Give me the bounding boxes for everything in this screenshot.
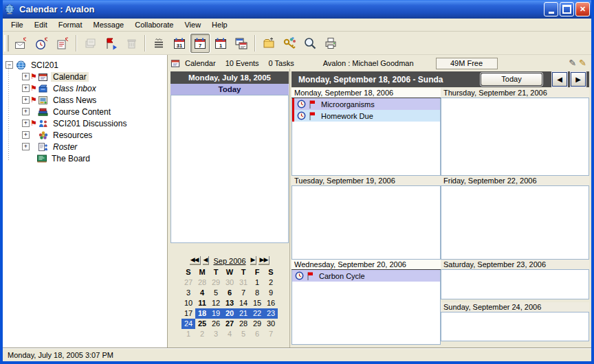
mini-calendar-day[interactable]: 29 xyxy=(209,277,223,288)
close-button[interactable]: ✕ xyxy=(575,2,590,16)
tree-splitter[interactable] xyxy=(167,55,168,348)
tree-item-course-content[interactable]: +Course Content xyxy=(3,106,167,117)
mini-calendar-day[interactable]: 24 xyxy=(182,319,195,329)
mini-calendar-day[interactable]: 21 xyxy=(236,308,250,319)
tree-item-class-inbox[interactable]: +⚑Class Inbox xyxy=(3,82,167,94)
mini-calendar-day[interactable]: 30 xyxy=(223,277,236,288)
mini-calendar-month[interactable]: Sep 2006 xyxy=(211,257,248,265)
tree-item-class-news[interactable]: +⚑Class News xyxy=(3,94,167,106)
mini-calendar-day[interactable]: 23 xyxy=(264,308,278,319)
menu-edit[interactable]: Edit xyxy=(29,19,53,30)
tree-item-the-board[interactable]: The Board xyxy=(3,152,167,164)
mini-calendar-day[interactable]: 6 xyxy=(250,329,264,339)
day-panel-today-band[interactable]: Today xyxy=(170,84,289,95)
gold-pencil-icon[interactable]: ✎ xyxy=(579,58,586,68)
tree-item-resources[interactable]: +Resources xyxy=(3,129,167,141)
mini-calendar-day[interactable]: 4 xyxy=(195,288,209,298)
mini-calendar-day[interactable]: 6 xyxy=(223,288,236,298)
next-month-button[interactable]: ▶ xyxy=(250,256,257,265)
expand-icon[interactable]: + xyxy=(22,84,30,92)
day-cell-mon[interactable]: Monday, September 18, 2006Microorganisms… xyxy=(292,88,441,176)
minimize-button[interactable] xyxy=(544,2,558,16)
mini-calendar-day[interactable]: 28 xyxy=(195,277,209,288)
edit-pencil-icon[interactable]: ✎ xyxy=(569,58,576,68)
menu-help[interactable]: Help xyxy=(206,19,233,30)
day-cell-body[interactable] xyxy=(441,186,589,260)
new-event-icon[interactable] xyxy=(12,34,31,53)
day-cell-body[interactable] xyxy=(292,186,441,260)
tree-item-sci201[interactable]: −SCI201 xyxy=(3,59,167,71)
mini-calendar-day[interactable]: 30 xyxy=(264,319,278,329)
next-year-button[interactable]: ▶▶ xyxy=(258,256,270,265)
expand-icon[interactable]: + xyxy=(22,143,30,150)
multi-week-view-icon[interactable] xyxy=(232,34,251,53)
prev-year-button[interactable]: ◀◀ xyxy=(190,256,201,265)
mini-calendar-day[interactable]: 16 xyxy=(264,298,278,308)
day-cell-body[interactable] xyxy=(441,312,589,341)
day-cell-sun[interactable]: Sunday, September 24, 2006 xyxy=(441,302,589,341)
week-view-icon[interactable]: 7 xyxy=(190,34,210,53)
day-panel-body[interactable] xyxy=(170,95,289,243)
expand-icon[interactable]: + xyxy=(22,108,30,115)
expand-icon[interactable]: + xyxy=(22,120,30,127)
mini-calendar-day[interactable]: 13 xyxy=(223,298,236,308)
mini-calendar-day[interactable]: 2 xyxy=(195,329,209,339)
day-view-icon[interactable]: 1 xyxy=(211,34,230,53)
toolbar-grip[interactable] xyxy=(4,35,9,52)
expand-icon[interactable]: + xyxy=(22,96,30,104)
event-item[interactable]: Microorganisms xyxy=(294,98,440,110)
tree-item-calendar[interactable]: +⚑Calendar xyxy=(3,71,167,82)
mini-calendar-day[interactable]: 17 xyxy=(182,308,195,319)
collapse-icon[interactable]: − xyxy=(6,61,13,69)
permissions-icon[interactable] xyxy=(280,34,299,53)
mini-calendar-day[interactable]: 1 xyxy=(250,277,264,288)
today-button[interactable]: Today xyxy=(481,73,542,86)
menu-view[interactable]: View xyxy=(179,19,206,30)
new-note-icon[interactable] xyxy=(53,34,72,53)
mini-calendar-day[interactable]: 8 xyxy=(250,288,264,298)
mini-calendar-day[interactable]: 31 xyxy=(236,277,250,288)
mini-calendar-day[interactable]: 3 xyxy=(182,288,195,298)
mini-calendar-day[interactable]: 7 xyxy=(264,329,278,339)
mini-calendar-day[interactable]: 1 xyxy=(182,329,195,339)
mini-calendar-day[interactable]: 25 xyxy=(195,319,209,329)
mini-calendar-day[interactable]: 26 xyxy=(209,319,223,329)
panel-splitter[interactable] xyxy=(289,69,290,348)
mini-calendar-day[interactable]: 10 xyxy=(182,298,195,308)
month-view-icon[interactable]: 31 xyxy=(170,34,189,53)
day-cell-fri[interactable]: Friday, September 22, 2006 xyxy=(441,176,589,260)
mini-calendar-day[interactable]: 4 xyxy=(223,329,236,339)
mini-calendar-day[interactable]: 9 xyxy=(264,288,278,298)
menu-file[interactable]: File xyxy=(6,19,29,30)
mini-calendar-day[interactable]: 7 xyxy=(236,288,250,298)
expand-icon[interactable]: + xyxy=(22,131,30,139)
new-task-icon[interactable] xyxy=(32,34,52,53)
mini-calendar-day[interactable]: 14 xyxy=(236,298,250,308)
mini-calendar-day[interactable]: 27 xyxy=(182,277,195,288)
day-cell-body[interactable] xyxy=(441,98,589,176)
mini-calendar-day[interactable]: 19 xyxy=(209,308,223,319)
print-icon[interactable] xyxy=(321,34,340,53)
mini-calendar-day[interactable]: 5 xyxy=(236,329,250,339)
prev-week-button[interactable]: ◀ xyxy=(552,72,567,87)
mini-calendar-day[interactable]: 11 xyxy=(195,298,209,308)
mini-calendar-day[interactable]: 15 xyxy=(250,298,264,308)
mini-calendar-day[interactable]: 29 xyxy=(250,319,264,329)
day-cell-tue[interactable]: Tuesday, September 19, 2006 xyxy=(292,176,441,260)
event-item[interactable]: Homework Due xyxy=(294,110,440,122)
list-view-icon[interactable] xyxy=(149,34,168,53)
maximize-button[interactable] xyxy=(560,2,574,16)
next-week-button[interactable]: ▶ xyxy=(571,72,586,87)
menu-format[interactable]: Format xyxy=(53,19,88,30)
menu-collaborate[interactable]: Collaborate xyxy=(129,19,179,30)
prev-month-button[interactable]: ◀ xyxy=(203,256,210,265)
expand-icon[interactable]: + xyxy=(22,73,30,80)
day-cell-sat[interactable]: Saturday, September 23, 2006 xyxy=(441,260,589,299)
mini-calendar-day[interactable]: 20 xyxy=(223,308,236,319)
day-cell-wed[interactable]: Wednesday, September 20, 2006Carbon Cycl… xyxy=(292,260,441,345)
mini-calendar-day[interactable]: 18 xyxy=(195,308,209,319)
flag-icon[interactable] xyxy=(101,34,120,53)
event-item[interactable]: Carbon Cycle xyxy=(292,270,440,282)
mini-calendar-day[interactable]: 3 xyxy=(209,329,223,339)
day-cell-thu[interactable]: Thursday, September 21, 2006 xyxy=(441,88,589,176)
